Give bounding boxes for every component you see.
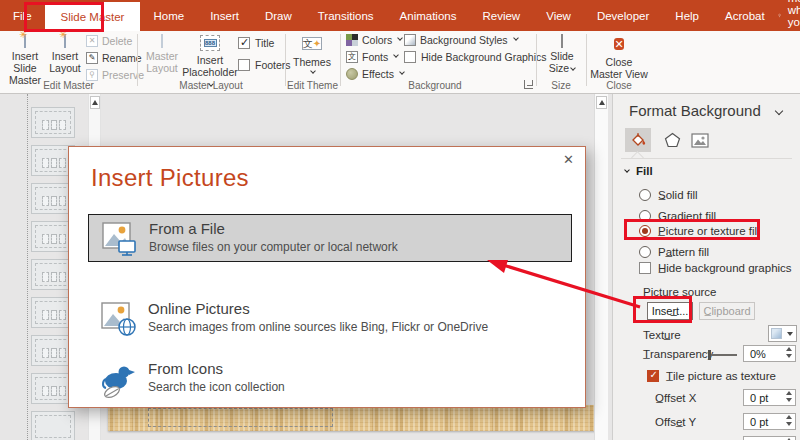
tab-view[interactable]: View [533, 0, 584, 31]
effects-button[interactable]: Effects [346, 68, 404, 80]
footers-checkbox[interactable] [238, 59, 250, 71]
colors-button[interactable]: Colors [346, 34, 402, 46]
fonts-label: Fonts [362, 51, 388, 63]
tab-animations[interactable]: Animations [387, 0, 470, 31]
tab-acrobat[interactable]: Acrobat [712, 0, 778, 31]
from-icons-title: From Icons [148, 360, 223, 377]
picture-file-icon [101, 221, 139, 261]
picture-source-label: Picture source [643, 286, 717, 298]
solid-fill-label: S̲olid fill [658, 189, 698, 201]
rename-icon: ✎ [86, 52, 98, 64]
scale-x-spinner[interactable]: 100% [743, 436, 796, 440]
tab-home[interactable]: Home [140, 0, 197, 31]
radio-unselected-icon[interactable] [639, 210, 651, 222]
transparency-spinner[interactable]: 0% [743, 345, 796, 362]
pane-title: Format Background [629, 102, 761, 119]
title-checkbox[interactable] [238, 37, 250, 49]
texture-dropdown[interactable] [768, 325, 797, 342]
group-label-close: Close [586, 80, 652, 91]
pattern-fill-label: Pa̲ttern fill [658, 246, 709, 258]
slide-layout-thumbnail[interactable] [31, 411, 75, 440]
tab-file[interactable]: File [0, 0, 45, 31]
tile-picture-checkbox-checked[interactable] [647, 370, 659, 382]
tab-insert[interactable]: Insert [197, 0, 252, 31]
hide-background-graphics-label: Hide Background Graphics [421, 51, 546, 63]
slider-handle[interactable] [708, 350, 711, 360]
gradient-fill-label: G̲radient fill [658, 210, 716, 222]
slide-canvas[interactable] [108, 405, 596, 431]
delete-button: ✕ Delete [86, 35, 132, 47]
title-checkbox-row[interactable]: Title [238, 37, 274, 49]
colors-label: Colors [362, 34, 392, 46]
lightbulb-icon [778, 8, 781, 23]
from-icons-item[interactable]: From Icons Search the icon collection [88, 355, 572, 403]
picture-or-texture-fill-label: P̲icture or texture fill [658, 225, 760, 237]
hide-background-graphics-label: H̲ide background graphics [658, 262, 792, 274]
group-label-edit-theme: Edit Theme [285, 80, 340, 91]
powerpoint-window: File Slide Master Home Insert Draw Trans… [0, 0, 800, 440]
background-dialog-launcher-icon[interactable] [524, 80, 533, 89]
fill-section-header[interactable]: Fill [623, 165, 653, 177]
scroll-up-button[interactable] [90, 96, 100, 109]
radio-selected-icon[interactable] [639, 225, 651, 237]
from-icons-description: Search the icon collection [148, 380, 285, 394]
triangle-up-icon [599, 100, 605, 105]
rename-button[interactable]: ✎ Rename [86, 52, 142, 64]
tab-help[interactable]: Help [662, 0, 712, 31]
spin-up-icon [786, 347, 792, 351]
insert-picture-button[interactable]: Inser̲t... [647, 302, 693, 320]
transparency-label: T̲ransparency [643, 348, 713, 360]
offset-x-label: O̲ffset X [655, 392, 696, 404]
offset-x-spinner[interactable]: 0 pt [743, 389, 796, 406]
chevron-down-icon [624, 167, 630, 173]
offset-y-spinner[interactable]: 0 pt [743, 413, 796, 430]
from-a-file-item[interactable]: From a File Browse files on your compute… [88, 214, 572, 262]
hide-background-graphics-row[interactable]: Hide Background Graphics [404, 51, 546, 63]
close-master-view-label: Close [606, 56, 633, 68]
spin-down-icon [786, 422, 792, 426]
group-label-edit-master: Edit Master [0, 80, 137, 91]
radio-unselected-icon[interactable] [639, 246, 651, 258]
gradient-fill-option[interactable]: G̲radient fill [639, 210, 716, 222]
picture-tab-button[interactable] [687, 128, 713, 152]
group-label-background: Background [340, 80, 530, 91]
tile-picture-option[interactable]: T̲ile picture as texture [647, 370, 776, 382]
tab-slide-master[interactable]: Slide Master [45, 2, 141, 31]
footers-checkbox-row[interactable]: Footers [238, 59, 291, 71]
fill-tab-button[interactable] [625, 128, 651, 152]
slide-placeholder[interactable] [148, 408, 333, 427]
spin-up-icon [786, 415, 792, 419]
themes-icon: 文✦ [302, 37, 322, 50]
picture-or-texture-fill-option[interactable]: P̲icture or texture fill [639, 225, 760, 237]
tab-developer[interactable]: Developer [584, 0, 662, 31]
slide-layout-thumbnail[interactable] [31, 107, 75, 138]
online-pictures-description: Search images from online sources like B… [148, 320, 488, 334]
solid-fill-option[interactable]: S̲olid fill [639, 189, 698, 201]
hide-background-graphics-checkbox[interactable] [404, 51, 416, 63]
chevron-down-icon[interactable] [775, 107, 783, 115]
pattern-fill-option[interactable]: Pa̲ttern fill [639, 246, 709, 258]
insert-placeholder-icon: 888 [200, 35, 220, 51]
tab-draw[interactable]: Draw [252, 0, 305, 31]
radio-unselected-icon[interactable] [639, 189, 651, 201]
group-label-master-layout: Master Layout [137, 80, 285, 91]
canvas-scrollbar[interactable] [594, 94, 608, 440]
close-icon[interactable]: ✕ [563, 152, 574, 167]
format-background-pane: Format Background Fill [612, 94, 800, 440]
hide-background-graphics-checkbox[interactable] [639, 262, 651, 274]
insert-pictures-dialog: ✕ Insert Pictures From a File Browse fil… [68, 146, 586, 408]
transparency-slider[interactable] [709, 354, 737, 356]
background-styles-button[interactable]: Background Styles [404, 34, 518, 46]
effects-tab-button[interactable] [659, 128, 685, 152]
tab-review[interactable]: Review [469, 0, 533, 31]
online-pictures-item[interactable]: Online Pictures Search images from onlin… [88, 295, 572, 343]
scroll-up-button[interactable] [596, 96, 607, 109]
background-styles-label: Background Styles [420, 34, 508, 46]
fonts-button[interactable]: 文 Fonts [346, 51, 398, 63]
insert-layout-label: Insert [52, 50, 78, 62]
bird-icon [100, 361, 140, 405]
spin-down-icon [786, 398, 792, 402]
group-label-size: Size [536, 80, 586, 91]
hide-background-graphics-option[interactable]: H̲ide background graphics [639, 262, 792, 274]
tab-transitions[interactable]: Transitions [305, 0, 387, 31]
